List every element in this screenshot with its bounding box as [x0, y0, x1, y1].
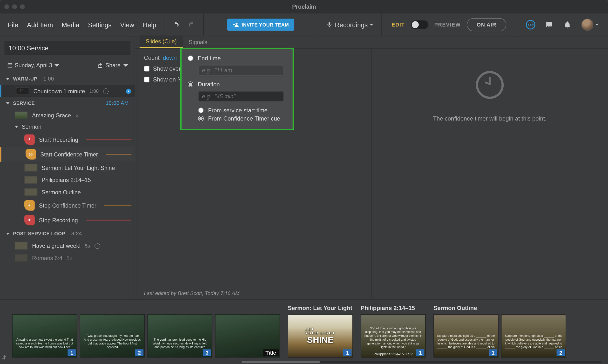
svg-rect-2: [29, 205, 30, 206]
calendar-icon: [7, 62, 13, 68]
invite-team-label: INVITE YOUR TEAM: [242, 22, 289, 27]
item-amazing-grace-label: Amazing Grace: [32, 112, 71, 119]
tab-signals[interactable]: Signals: [183, 36, 213, 48]
item-have-great-week[interactable]: Have a great week! 5s: [0, 240, 135, 252]
redo-button[interactable]: [188, 21, 195, 28]
slide-thumb: [24, 176, 37, 184]
radio-from-cue[interactable]: From Confidence Timer cue: [198, 115, 287, 122]
timer-cue-icon: [26, 149, 36, 160]
slide-badge: 1: [416, 349, 425, 356]
chevron-down-icon: [370, 22, 374, 27]
minimize-window-icon[interactable]: [12, 4, 17, 9]
service-date-picker[interactable]: Sunday, April 3: [7, 62, 60, 68]
cue-start-recording[interactable]: Start Recording: [0, 132, 135, 147]
slide-thumb-verse-1[interactable]: Amazing grace how sweet the sound That s…: [12, 314, 77, 358]
play-icon[interactable]: [126, 88, 131, 94]
service-date: Sunday, April 3: [15, 62, 52, 68]
slide-thumb-verse-2[interactable]: 'Twas grace that taught my heart to fear…: [80, 314, 145, 358]
section-post-time: 3:24: [71, 231, 82, 237]
record-stop-cue-icon: [24, 215, 35, 225]
slide-thumb-outline-2[interactable]: Scripture mentions light as a ______ of …: [501, 314, 566, 358]
item-countdown[interactable]: Countdown 1 minute 1:00: [0, 85, 135, 97]
item-philippians-label: Philippians 2:14–15: [42, 177, 91, 183]
user-menu[interactable]: [581, 19, 599, 31]
on-air-button[interactable]: ON AIR: [467, 18, 506, 31]
slide-thumb-verse-3[interactable]: The Lord has promised good to me His Wor…: [147, 314, 212, 358]
confidence-timer-icon: [476, 71, 504, 99]
item-sermon-label: Sermon: [22, 123, 41, 130]
duration-input[interactable]: [198, 91, 284, 102]
item-sermon-slide-label: Sermon: Let Your Light Shine: [42, 164, 115, 171]
cue-stop-confidence-timer[interactable]: Stop Confidence Timer: [0, 198, 135, 213]
slide-thumb-outline-1[interactable]: Scripture mentions light as a ______ of …: [433, 314, 499, 358]
mode-preview-label[interactable]: PREVIEW: [434, 22, 461, 28]
bell-icon[interactable]: [563, 21, 572, 29]
item-romans-label: Romans 6:4: [32, 255, 63, 261]
section-post-label: POST-SERVICE LOOP: [13, 231, 65, 236]
filmstrip-toggle[interactable]: ⇵: [0, 299, 8, 364]
recordings-label: Recordings: [335, 21, 368, 28]
undo-button[interactable]: [172, 21, 180, 28]
menu-view[interactable]: View: [120, 21, 134, 28]
filmstrip: ⇵ Amazing grace how sweet the sound That…: [0, 299, 608, 364]
person-add-icon: [233, 22, 239, 28]
menu-media[interactable]: Media: [62, 21, 79, 28]
item-philippians[interactable]: Philippians 2:14–15: [0, 174, 135, 186]
item-amazing-grace[interactable]: Amazing Grace ♪: [0, 109, 135, 121]
service-title[interactable]: 10:00 Service: [4, 41, 130, 55]
radio-duration[interactable]: Duration: [188, 81, 287, 88]
close-window-icon[interactable]: [4, 4, 9, 9]
chat-icon[interactable]: [545, 21, 554, 29]
song-thumb: [15, 111, 28, 119]
end-time-input[interactable]: [198, 65, 284, 76]
section-service[interactable]: SERVICE10:00 AM: [0, 97, 135, 109]
item-sermon-outline[interactable]: Sermon Outline: [0, 186, 135, 198]
caret-down-icon: [6, 102, 9, 104]
radio-end-time[interactable]: End time: [188, 55, 287, 62]
item-sermon-slide[interactable]: Sermon: Let Your Light Shine: [0, 162, 135, 174]
group-phil-header: Philippians 2:14–15: [361, 305, 426, 312]
cue-editor-panel: Count down for 20 minutes from Confidenc…: [135, 49, 371, 299]
menu-add-item[interactable]: Add Item: [27, 21, 53, 28]
share-label: Share: [105, 62, 120, 68]
sidebar: 10:00 Service Sunday, April 3 Share WARM…: [0, 36, 135, 299]
slide-thumb: [15, 254, 28, 262]
cue-start-confidence-timer[interactable]: Start Confidence Timer: [0, 147, 135, 162]
tab-slides-cue[interactable]: Slides (Cue): [140, 35, 183, 48]
activity-icon[interactable]: [526, 20, 535, 30]
mode-edit-label[interactable]: EDIT: [391, 22, 405, 28]
menu-help[interactable]: Help: [143, 21, 156, 28]
zoom-window-icon[interactable]: [20, 4, 25, 9]
share-icon: [97, 62, 103, 68]
recordings-dropdown[interactable]: Recordings: [318, 21, 382, 28]
slide-title-badge: Title: [263, 349, 279, 356]
loop-icon: [103, 88, 108, 94]
window-traffic-lights[interactable]: [4, 4, 25, 9]
cue-start-recording-label: Start Recording: [39, 136, 78, 143]
slide-thumb-phil[interactable]: "Do all things without grumbling or disp…: [361, 314, 426, 358]
count-direction-link[interactable]: down: [163, 55, 177, 61]
filmstrip-scrollbar[interactable]: [242, 361, 601, 363]
radio-from-start[interactable]: From service start time: [198, 107, 287, 114]
menu-file[interactable]: File: [8, 21, 18, 28]
cue-start-confidence-label: Start Confidence Timer: [40, 151, 98, 158]
app-title: Proclaim: [292, 3, 316, 10]
menu-settings[interactable]: Settings: [88, 21, 111, 28]
edit-preview-toggle[interactable]: [411, 21, 428, 29]
item-sermon-group[interactable]: Sermon: [0, 121, 135, 132]
cue-stop-recording[interactable]: Stop Recording: [0, 213, 135, 228]
caret-down-icon: [6, 233, 9, 235]
slide-badge: 1: [344, 349, 352, 356]
item-romans[interactable]: Romans 6:4 5s: [0, 252, 135, 264]
share-button[interactable]: Share: [97, 62, 129, 68]
section-warmup[interactable]: WARM-UP1:00: [0, 73, 135, 85]
item-have-great-week-label: Have a great week!: [32, 243, 80, 249]
slide-thumb-title[interactable]: Title: [215, 314, 280, 358]
item-romans-meta: 5s: [67, 255, 72, 260]
slide-thumb-shine[interactable]: LET YOUR LIGHTSHINE 1: [288, 314, 353, 358]
slide-badge: 2: [557, 349, 565, 356]
invite-team-button[interactable]: INVITE YOUR TEAM: [227, 19, 295, 31]
scrollbar-thumb[interactable]: [242, 361, 320, 363]
section-post-service[interactable]: POST-SERVICE LOOP3:24: [0, 228, 135, 240]
slide-tabs: Slides (Cue) Signals: [135, 36, 608, 49]
